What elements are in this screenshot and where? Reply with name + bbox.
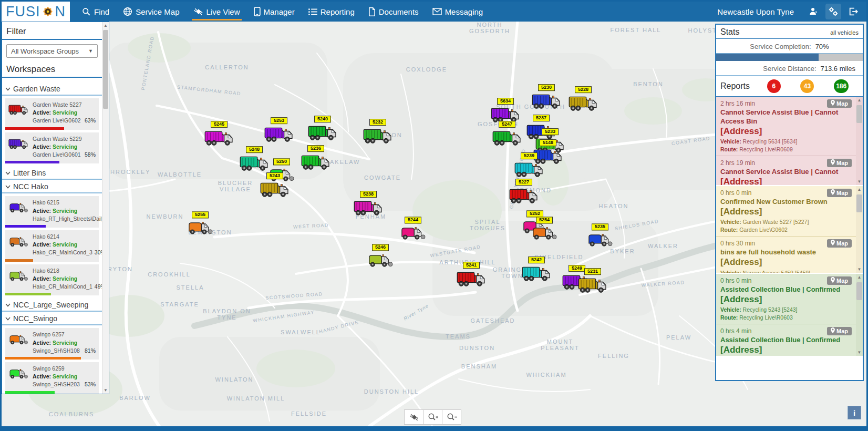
vehicle-marker-5232[interactable]: 5232	[363, 119, 392, 148]
vehicle-marker-5240[interactable]: 5240	[308, 116, 337, 145]
map-place-label: GATESHEAD	[470, 317, 515, 324]
workspace-group-ncc-hako[interactable]: NCC Hako	[2, 180, 102, 193]
scrollbar-thumb[interactable]	[856, 282, 862, 300]
vehicle-card-swingo-6259[interactable]: Swingo 6259Active: ServicingSwingo_SH\SH…	[5, 362, 99, 394]
vehicle-marker-5245[interactable]: 5245	[204, 121, 234, 150]
vehicle-card-hako-6215[interactable]: Hako 6215Active: ServicingHako_RT_High_S…	[5, 196, 99, 228]
workspace-group-litter-bins[interactable]: Litter Bins	[2, 166, 102, 180]
scroll-down-icon[interactable]: ▼	[857, 266, 862, 273]
workspace-group-garden-waste[interactable]: Garden Waste	[2, 82, 102, 96]
vehicle-card-garden-waste-5227[interactable]: Garden Waste 5227Active: ServicingGarden…	[5, 98, 99, 130]
vehicle-marker-5239[interactable]: 5239	[514, 152, 544, 181]
vehicle-marker-5242[interactable]: 5242	[522, 256, 551, 285]
map-place-label: COWGATE	[364, 175, 401, 181]
info-button[interactable]: i	[848, 406, 861, 419]
vehicle-card-hako-6218[interactable]: Hako 6218Active: ServicingHako_CR_Main\C…	[5, 264, 99, 296]
nav-item-reporting[interactable]: Reporting	[302, 2, 361, 22]
user-button[interactable]	[805, 4, 821, 19]
report-badge-0[interactable]: 6	[767, 79, 781, 93]
nav-item-documents[interactable]: Documents	[361, 2, 426, 22]
report-card[interactable]: 0 hrs 30 minMapbins are full household w…	[716, 237, 856, 273]
sweeper-icon	[400, 224, 426, 243]
vehicle-marker-5230[interactable]: 5230	[532, 84, 561, 113]
report-card[interactable]: 0 hrs 0 minMapConfirmed New Customer Bro…	[716, 186, 856, 237]
scroll-up-icon[interactable]: ▲	[857, 186, 862, 193]
vehicle-marker-5253[interactable]: 5253	[264, 117, 294, 146]
workspace-group-ncc-large-sweeping[interactable]: NCC_Large_Sweeping	[2, 298, 102, 312]
logout-button[interactable]	[845, 4, 861, 19]
scroll-up-icon[interactable]: ▲	[104, 22, 108, 29]
report-age: 0 hrs 0 min	[720, 189, 751, 197]
satellite-view-button[interactable]	[404, 409, 423, 425]
vehicle-marker-5255[interactable]: 5255	[187, 211, 213, 238]
scroll-down-icon[interactable]: ▼	[857, 178, 862, 185]
scroll-up-icon[interactable]: ▲	[857, 97, 862, 104]
top-navbar: FUSI N FindService MapLive ViewManagerRe…	[2, 2, 866, 22]
vehicle-card-hako-6214[interactable]: Hako 6214Active: ServicingHako_CR_Main\C…	[5, 230, 99, 262]
vehicle-marker-5244[interactable]: 5244	[400, 217, 426, 243]
report-section-scrollbar[interactable]: ▲▼	[856, 186, 863, 273]
map-place-label: TOWN	[501, 273, 523, 279]
vehicle-marker-5227[interactable]: 5227	[509, 179, 539, 208]
scrollbar-thumb[interactable]	[103, 30, 108, 109]
vehicle-marker-5247[interactable]: 5247	[492, 121, 522, 150]
vehicle-card-garden-waste-5229[interactable]: Garden Waste 5229Active: ServicingGarden…	[5, 132, 99, 164]
vehicle-icon	[8, 331, 29, 355]
zoom-out-button[interactable]	[442, 409, 461, 425]
vehicle-marker-5235[interactable]: 5235	[587, 223, 613, 250]
report-map-button[interactable]: Map	[827, 327, 852, 335]
scroll-down-icon[interactable]: ▼	[104, 387, 108, 394]
report-card[interactable]: 2 hrs 16 minMapCannot Service Assist Blu…	[716, 97, 856, 156]
vehicle-id-tag: 5228	[575, 86, 592, 93]
vehicle-marker-5248[interactable]: 5248	[240, 146, 269, 175]
vehicle-marker-5246[interactable]: 5246	[367, 244, 394, 271]
workspace-group-select[interactable]: All Workspace Groups ▼	[6, 44, 98, 58]
report-badge-1[interactable]: 43	[800, 79, 814, 93]
report-badge-2[interactable]: 186	[834, 79, 849, 93]
nav-item-manager[interactable]: Manager	[247, 2, 302, 22]
workspace-group-ncc-swingo[interactable]: NCC_Swingo	[2, 312, 102, 325]
report-map-button[interactable]: Map	[827, 99, 852, 108]
fusion-logo[interactable]: FUSI N	[2, 2, 70, 22]
vehicle-marker-5231[interactable]: 5231	[578, 268, 607, 297]
nav-item-find[interactable]: Find	[75, 2, 116, 22]
report-map-button[interactable]: Map	[827, 239, 852, 248]
nav-item-label: Live View	[206, 7, 240, 16]
report-map-button[interactable]: Map	[827, 159, 852, 167]
report-section-scrollbar[interactable]: ▲▼	[856, 97, 863, 185]
nav-item-service-map[interactable]: Service Map	[116, 2, 186, 22]
stats-title: Stats	[720, 27, 739, 37]
zoom-in-button[interactable]	[423, 409, 442, 425]
report-section-scrollbar[interactable]: ▲▼	[856, 274, 863, 356]
gears-icon	[828, 6, 839, 17]
scroll-up-icon[interactable]: ▲	[857, 274, 862, 281]
filter-panel-scrollbar[interactable]: ▲ ▼	[102, 22, 109, 394]
report-card[interactable]: 0 hrs 0 minMapAssisted Collection Blue |…	[716, 274, 856, 324]
vehicle-icon	[8, 233, 29, 257]
vehicle-id-tag: 5237	[533, 115, 550, 121]
vehicle-marker-5254[interactable]: 5254	[531, 217, 557, 243]
vehicle-marker-5238[interactable]: 5238	[354, 191, 383, 220]
settings-button[interactable]	[825, 4, 841, 19]
report-card[interactable]: 2 hrs 19 minMapCannot Service Assist Blu…	[716, 156, 856, 185]
vehicle-marker-5243[interactable]: 5243	[260, 172, 290, 201]
nav-item-live-view[interactable]: Live View	[187, 2, 247, 22]
vehicle-marker-5241[interactable]: 5241	[457, 262, 486, 291]
scrollbar-thumb[interactable]	[856, 105, 862, 123]
vehicle-progress-bar	[5, 391, 99, 394]
scrollbar-track[interactable]	[102, 29, 109, 387]
vehicle-marker-5228[interactable]: 5228	[569, 86, 598, 115]
garbage-truck-icon	[363, 126, 392, 148]
map-place-label: VILLAGE	[220, 186, 251, 192]
report-map-button[interactable]: Map	[827, 276, 852, 285]
report-age: 0 hrs 0 min	[720, 277, 751, 284]
report-card[interactable]: 0 hrs 4 minMapAssisted Collection Blue |…	[716, 324, 856, 356]
report-map-button[interactable]: Map	[827, 189, 852, 197]
scroll-down-icon[interactable]: ▼	[857, 349, 862, 356]
vehicle-marker-5236[interactable]: 5236	[301, 145, 330, 174]
nav-item-messaging[interactable]: Messaging	[426, 2, 490, 22]
vehicle-id-tag: 5634	[497, 98, 514, 105]
scrollbar-thumb[interactable]	[856, 194, 862, 212]
vehicle-card-swingo-6257[interactable]: Swingo 6257Active: ServicingSwingo_SH\SH…	[5, 328, 99, 360]
stats-scope[interactable]: all vehicles	[830, 29, 859, 36]
